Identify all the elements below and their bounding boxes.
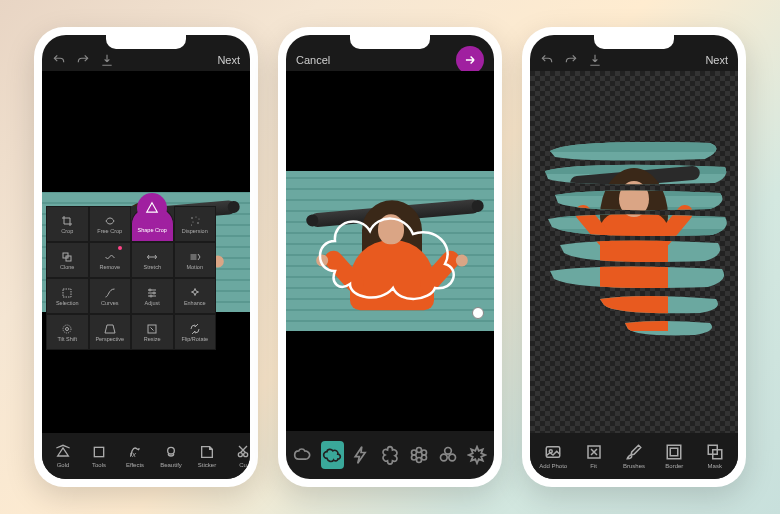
bottom-tabs: Gold Tools fxEffects Beautify Sticker Cu — [42, 433, 250, 479]
svg-point-4 — [197, 222, 199, 224]
next-button[interactable]: Next — [217, 54, 240, 66]
tab-beautify[interactable]: Beautify — [154, 444, 188, 468]
svg-rect-30 — [530, 141, 738, 152]
svg-point-0 — [191, 217, 193, 219]
svg-point-21 — [416, 458, 421, 463]
tools-panel: Crop Free Crop Shape Crop Dispersion Clo… — [46, 206, 216, 350]
phone-brushes: Next — [522, 27, 746, 487]
svg-point-19 — [244, 453, 248, 457]
canvas[interactable] — [286, 71, 494, 431]
tab-mask[interactable]: Mask — [698, 443, 732, 469]
shape-cloud-filled[interactable] — [321, 441, 344, 469]
svg-text:fx: fx — [130, 450, 137, 459]
tool-adjust[interactable]: Adjust — [131, 278, 174, 314]
phone-tools: Next Crop Free Crop Shape Crop Disp — [34, 27, 258, 487]
tab-tools[interactable]: Tools — [82, 444, 116, 468]
svg-rect-43 — [668, 445, 682, 459]
svg-point-12 — [66, 327, 69, 330]
apply-button[interactable] — [456, 46, 484, 74]
undo-icon[interactable] — [540, 53, 554, 67]
resize-handle-icon[interactable] — [472, 307, 484, 319]
next-button[interactable]: Next — [705, 54, 728, 66]
svg-rect-15 — [94, 447, 103, 456]
svg-point-3 — [192, 221, 193, 222]
tab-fit[interactable]: Fit — [577, 443, 611, 469]
svg-point-26 — [444, 448, 451, 455]
svg-point-25 — [421, 455, 426, 460]
shape-selector — [286, 431, 494, 479]
tool-crop[interactable]: Crop — [46, 206, 89, 242]
svg-point-9 — [149, 289, 151, 291]
svg-rect-8 — [63, 289, 71, 297]
svg-point-5 — [191, 224, 192, 225]
shape-clover[interactable] — [436, 441, 459, 469]
tab-border[interactable]: Border — [657, 443, 691, 469]
tool-stretch[interactable]: Stretch — [131, 242, 174, 278]
svg-point-1 — [195, 216, 196, 217]
tab-sticker[interactable]: Sticker — [190, 444, 224, 468]
tool-curves[interactable]: Curves — [89, 278, 132, 314]
svg-point-11 — [150, 295, 152, 297]
tab-addphoto[interactable]: Add Photo — [536, 443, 570, 469]
tool-selection[interactable]: Selection — [46, 278, 89, 314]
download-icon[interactable] — [588, 53, 602, 67]
tool-enhance[interactable]: Enhance — [174, 278, 217, 314]
tool-shapecrop[interactable]: Shape Crop — [131, 206, 174, 242]
tab-gold[interactable]: Gold — [46, 444, 80, 468]
download-icon[interactable] — [100, 53, 114, 67]
svg-point-17 — [168, 447, 175, 454]
tool-tiltshift[interactable]: Tilt Shift — [46, 314, 89, 350]
redo-icon[interactable] — [564, 53, 578, 67]
tool-motion[interactable]: Motion — [174, 242, 217, 278]
svg-point-27 — [440, 454, 447, 461]
brush-strokes — [530, 71, 738, 431]
phone-shapecrop: Cancel — [278, 27, 502, 487]
tool-dispersion[interactable]: Dispersion — [174, 206, 217, 242]
tool-remove[interactable]: Remove — [89, 242, 132, 278]
canvas[interactable]: Crop Free Crop Shape Crop Dispersion Clo… — [42, 71, 250, 433]
svg-point-37 — [619, 181, 649, 217]
tab-brushes[interactable]: Brushes — [617, 443, 651, 469]
bottom-tabs: Add Photo Fit Brushes Border Mask — [530, 433, 738, 479]
svg-rect-44 — [671, 448, 679, 456]
svg-point-28 — [449, 454, 456, 461]
cancel-button[interactable]: Cancel — [296, 54, 330, 66]
shape-burst[interactable] — [465, 441, 488, 469]
tool-clone[interactable]: Clone — [46, 242, 89, 278]
shape-flower-5[interactable] — [379, 441, 402, 469]
shape-lightning[interactable] — [350, 441, 373, 469]
svg-point-24 — [411, 455, 416, 460]
shape-cloud-outline[interactable] — [292, 441, 315, 469]
svg-point-13 — [63, 325, 71, 333]
tool-freecrop[interactable]: Free Crop — [89, 206, 132, 242]
tool-resize[interactable]: Resize — [131, 314, 174, 350]
svg-point-10 — [153, 292, 155, 294]
svg-point-18 — [238, 453, 242, 457]
canvas[interactable] — [530, 71, 738, 433]
undo-icon[interactable] — [52, 53, 66, 67]
redo-icon[interactable] — [76, 53, 90, 67]
shape-flower-6[interactable] — [407, 441, 430, 469]
tool-perspective[interactable]: Perspective — [89, 314, 132, 350]
tab-cutout[interactable]: Cu — [226, 444, 250, 468]
tool-fliprotate[interactable]: Flip/Rotate — [174, 314, 217, 350]
svg-point-20 — [416, 448, 421, 453]
svg-point-2 — [198, 218, 199, 219]
tab-effects[interactable]: fxEffects — [118, 444, 152, 468]
